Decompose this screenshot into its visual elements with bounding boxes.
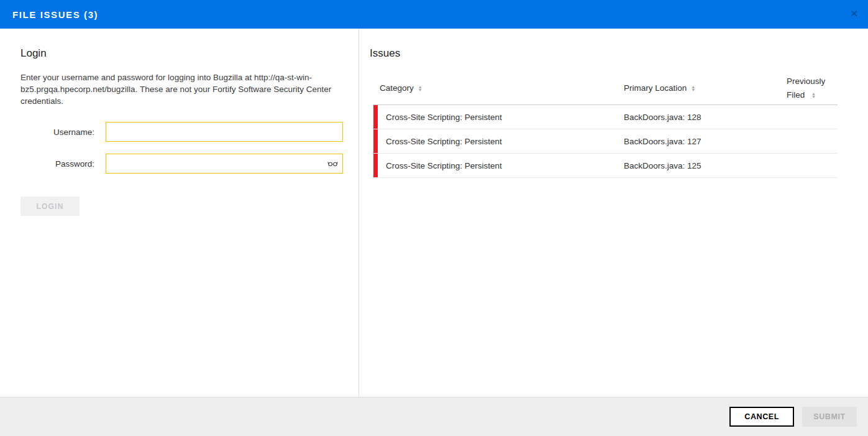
login-button[interactable]: LOGIN	[21, 197, 80, 216]
issue-primary-location: BackDoors.java: 127	[624, 129, 787, 153]
issue-previously-filed	[787, 129, 829, 153]
password-row: Password:	[21, 154, 343, 174]
issues-table: Category ▲▼ Primary Location ▲▼ Previous…	[373, 72, 838, 178]
column-header-previously-filed[interactable]: Previously Filed ▲▼	[787, 75, 833, 102]
dialog-title: FILE ISSUES (3)	[12, 9, 98, 20]
file-issues-dialog: FILE ISSUES (3) ✕ Login Enter your usern…	[0, 0, 868, 436]
dialog-header: FILE ISSUES (3) ✕	[0, 0, 868, 29]
issues-table-header: Category ▲▼ Primary Location ▲▼ Previous…	[373, 72, 838, 105]
issues-panel: Issues Category ▲▼ Primary Location ▲▼ P…	[359, 29, 868, 397]
username-label: Username:	[21, 128, 94, 137]
password-label: Password:	[21, 159, 94, 169]
issue-category: Cross-Site Scripting: Persistent	[378, 154, 624, 177]
password-input[interactable]	[106, 154, 343, 174]
sort-icon: ▲▼	[811, 92, 816, 98]
severity-indicator	[373, 129, 378, 153]
username-input[interactable]	[106, 122, 343, 142]
column-header-primary-location[interactable]: Primary Location ▲▼	[624, 83, 787, 93]
username-row: Username:	[21, 122, 343, 142]
issue-primary-location: BackDoors.java: 128	[624, 105, 787, 129]
cancel-button[interactable]: CANCEL	[729, 407, 794, 427]
issue-row: Cross-Site Scripting: Persistent BackDoo…	[373, 154, 838, 178]
severity-indicator	[373, 105, 378, 129]
dialog-footer: CANCEL SUBMIT	[0, 397, 868, 436]
issue-previously-filed	[787, 154, 829, 177]
issue-primary-location: BackDoors.java: 125	[624, 154, 787, 177]
severity-indicator	[373, 154, 378, 177]
sort-icon: ▲▼	[418, 85, 423, 91]
column-header-category[interactable]: Category ▲▼	[373, 83, 624, 93]
issue-previously-filed	[787, 105, 829, 129]
close-icon[interactable]: ✕	[850, 7, 858, 20]
login-heading: Login	[21, 47, 343, 60]
login-panel: Login Enter your username and password f…	[0, 29, 359, 397]
login-description: Enter your username and password for log…	[21, 72, 337, 107]
dialog-content: Login Enter your username and password f…	[0, 29, 868, 397]
password-reveal-icon[interactable]	[327, 160, 338, 167]
issue-category: Cross-Site Scripting: Persistent	[378, 105, 624, 129]
issues-heading: Issues	[370, 47, 852, 60]
sort-icon: ▲▼	[691, 85, 695, 91]
issue-row: Cross-Site Scripting: Persistent BackDoo…	[373, 105, 838, 129]
issue-category: Cross-Site Scripting: Persistent	[378, 129, 624, 153]
submit-button[interactable]: SUBMIT	[802, 407, 857, 427]
issue-row: Cross-Site Scripting: Persistent BackDoo…	[373, 129, 838, 154]
